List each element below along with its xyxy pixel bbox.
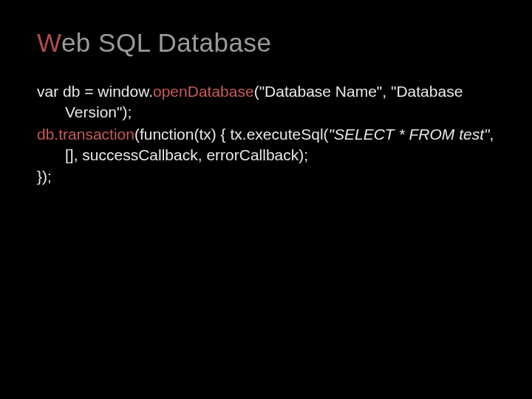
code-text: (function(tx) { tx.executeSql( (134, 126, 329, 143)
code-sql: "SELECT * FROM test" (329, 126, 490, 143)
slide: Web SQL Database var db = window.openDat… (0, 0, 532, 399)
code-line-1: var db = window.openDatabase("Database N… (37, 81, 495, 123)
slide-title: Web SQL Database (37, 28, 495, 58)
code-line-2: db.transaction(function(tx) { tx.execute… (37, 124, 495, 166)
title-accent-letter: W (37, 28, 61, 57)
code-text: var db = window. (37, 83, 153, 100)
code-line-3: }); (37, 166, 495, 187)
title-rest: eb SQL Database (61, 28, 271, 57)
code-highlight: db.transaction (37, 126, 134, 143)
code-block: var db = window.openDatabase("Database N… (37, 81, 495, 188)
code-text: }); (37, 168, 52, 185)
code-highlight: openDatabase (153, 83, 254, 100)
